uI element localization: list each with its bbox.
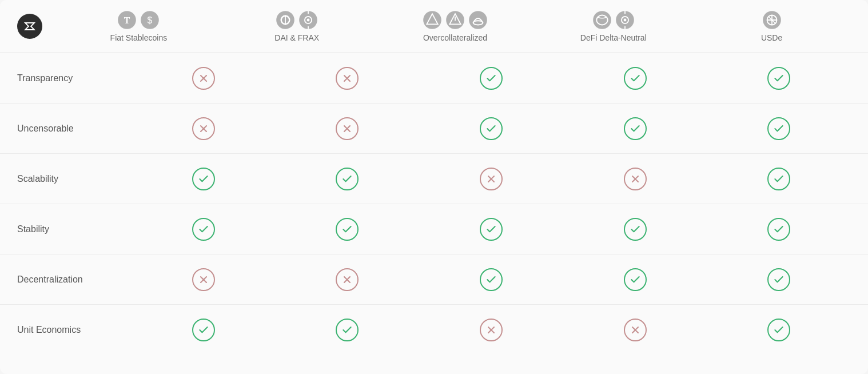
col-icon-defi_delta-0 (592, 10, 612, 30)
check-icon (480, 117, 503, 140)
cell-2-4 (707, 168, 851, 190)
cross-icon (480, 319, 503, 341)
row-cells-2 (132, 168, 851, 190)
row-cells-3 (132, 218, 851, 241)
row-cells-0 (132, 67, 851, 90)
svg-point-17 (469, 11, 487, 29)
check-icon (624, 117, 647, 140)
row-label-2: Scalability (17, 174, 132, 184)
cross-icon (336, 67, 359, 90)
check-icon (624, 67, 647, 90)
cell-3-1 (276, 218, 420, 241)
cell-4-4 (707, 268, 851, 291)
cell-4-2 (419, 268, 563, 291)
check-icon (767, 117, 790, 140)
cell-0-2 (419, 67, 563, 90)
cell-2-3 (563, 168, 707, 190)
col-icons-fiat: T$ (117, 10, 160, 30)
cell-0-0 (132, 67, 276, 90)
col-icon-overcollateralized-1 (445, 10, 465, 30)
check-icon (624, 268, 647, 291)
cell-4-3 (563, 268, 707, 291)
check-icon (767, 168, 790, 190)
cross-icon (624, 168, 647, 190)
cell-1-0 (132, 117, 276, 140)
cross-icon (624, 319, 647, 341)
header: T$Fiat StablecoinsDAI & FRAXOvercollater… (0, 0, 868, 48)
col-icon-dai_frax-0 (276, 10, 295, 30)
svg-text:T: T (124, 15, 130, 25)
cross-icon (480, 168, 503, 190)
row-label-0: Transparency (17, 73, 132, 83)
cell-5-3 (563, 319, 707, 341)
cell-5-1 (276, 319, 420, 341)
cell-1-4 (707, 117, 851, 140)
svg-point-9 (307, 19, 310, 22)
cross-icon (192, 67, 215, 90)
row-cells-5 (132, 319, 851, 341)
cell-4-0 (132, 268, 276, 291)
cell-1-1 (276, 117, 420, 140)
check-icon (336, 218, 359, 241)
check-icon (336, 168, 359, 190)
col-icons-overcollateralized (423, 10, 488, 30)
cell-5-2 (419, 319, 563, 341)
check-icon (480, 67, 503, 90)
table-body: Transparency Uncensorable Scalability St… (0, 53, 868, 367)
col-header-dai_frax: DAI & FRAX (218, 10, 376, 42)
check-icon (767, 67, 790, 90)
cross-icon (336, 268, 359, 291)
cell-3-4 (707, 218, 851, 241)
cell-5-0 (132, 319, 276, 341)
cell-3-3 (563, 218, 707, 241)
check-icon (480, 268, 503, 291)
column-headers: T$Fiat StablecoinsDAI & FRAXOvercollater… (59, 10, 851, 42)
col-icons-defi_delta (592, 10, 635, 30)
col-icon-dai_frax-1 (298, 10, 318, 30)
table-row: Unit Economics (0, 305, 868, 355)
cell-2-0 (132, 168, 276, 190)
cross-icon (192, 268, 215, 291)
check-icon (767, 218, 790, 241)
col-header-usde: USDe (692, 10, 851, 42)
col-label-fiat: Fiat Stablecoins (110, 33, 168, 42)
cell-0-1 (276, 67, 420, 90)
col-label-usde: USDe (761, 33, 782, 42)
cell-3-2 (419, 218, 563, 241)
table-row: Uncensorable (0, 104, 868, 154)
col-icon-fiat-0: T (117, 10, 137, 30)
row-label-1: Uncensorable (17, 124, 132, 134)
col-icons-dai_frax (276, 10, 318, 30)
col-label-dai_frax: DAI & FRAX (274, 33, 319, 42)
svg-point-22 (623, 19, 626, 22)
cell-2-2 (419, 168, 563, 190)
col-header-defi_delta: DeFi Delta-Neutral (534, 10, 692, 42)
row-cells-1 (132, 117, 851, 140)
cross-icon (192, 117, 215, 140)
check-icon (192, 319, 215, 341)
cell-0-4 (707, 67, 851, 90)
col-icon-usde-0 (762, 10, 782, 30)
check-icon (767, 319, 790, 341)
cell-1-3 (563, 117, 707, 140)
col-icon-defi_delta-1 (615, 10, 635, 30)
table-row: Stability (0, 204, 868, 254)
check-icon (480, 218, 503, 241)
check-icon (192, 218, 215, 241)
svg-point-19 (593, 11, 611, 29)
col-icons-usde (762, 10, 782, 30)
table-row: Scalability (0, 154, 868, 204)
cell-4-1 (276, 268, 420, 291)
main-container: T$Fiat StablecoinsDAI & FRAXOvercollater… (0, 0, 868, 374)
check-icon (767, 268, 790, 291)
row-label-4: Decentralization (17, 274, 132, 285)
col-icon-fiat-1: $ (140, 10, 160, 30)
cell-0-3 (563, 67, 707, 90)
col-icon-overcollateralized-2 (468, 10, 488, 30)
row-label-3: Stability (17, 224, 132, 234)
cross-icon (336, 117, 359, 140)
table-row: Decentralization (0, 254, 868, 305)
table-row: Transparency (0, 53, 868, 104)
check-icon (624, 218, 647, 241)
col-header-fiat: T$Fiat Stablecoins (59, 10, 218, 42)
